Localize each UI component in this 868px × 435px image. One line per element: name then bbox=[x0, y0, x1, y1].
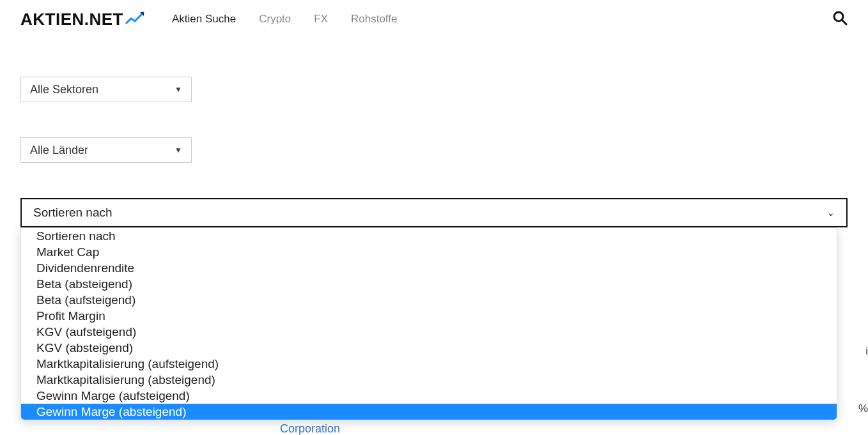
nav-rohstoffe[interactable]: Rohstoffe bbox=[351, 13, 397, 26]
nav-fx[interactable]: FX bbox=[314, 13, 328, 26]
sort-option[interactable]: Dividendenrendite bbox=[21, 260, 837, 276]
caret-down-icon: ▼ bbox=[174, 146, 182, 155]
nav-aktien-suche[interactable]: Aktien Suche bbox=[172, 13, 236, 26]
sort-option[interactable]: Marktkapitalisierung (absteigend) bbox=[21, 372, 837, 388]
chevron-down-icon: ⌄ bbox=[827, 208, 835, 218]
sort-option[interactable]: Beta (aufsteigend) bbox=[21, 292, 837, 308]
sector-selected: Alle Sektoren bbox=[30, 83, 98, 96]
sort-option[interactable]: Sortieren nach bbox=[21, 228, 837, 244]
search-icon bbox=[832, 10, 848, 26]
country-selected: Alle Länder bbox=[30, 144, 88, 157]
chart-arrow-icon bbox=[125, 10, 146, 29]
nav-crypto[interactable]: Crypto bbox=[259, 13, 291, 26]
sort-option[interactable]: KGV (aufsteigend) bbox=[21, 324, 837, 340]
sort-dropdown-list: Sortieren nach Market Cap Dividendenrend… bbox=[20, 227, 837, 420]
sort-option[interactable]: Beta (absteigend) bbox=[21, 276, 837, 292]
partial-header-text: i bbox=[865, 345, 868, 358]
site-logo[interactable]: AKTIEN.NET bbox=[20, 10, 146, 29]
sort-option[interactable]: Gewinn Marge (aufsteigend) bbox=[21, 388, 837, 404]
logo-text: AKTIEN.NET bbox=[20, 10, 123, 29]
partial-percent-text: % bbox=[858, 402, 868, 415]
country-dropdown[interactable]: Alle Länder ▼ bbox=[20, 137, 192, 163]
site-header: AKTIEN.NET Aktien Suche Crypto FX Rohsto… bbox=[0, 0, 868, 38]
sort-option[interactable]: Profit Margin bbox=[21, 308, 837, 324]
svg-line-2 bbox=[842, 20, 846, 24]
search-button[interactable] bbox=[832, 10, 848, 28]
filter-section: Alle Sektoren ▼ Alle Länder ▼ bbox=[0, 38, 868, 163]
sector-dropdown[interactable]: Alle Sektoren ▼ bbox=[20, 77, 192, 102]
sort-option[interactable]: Market Cap bbox=[21, 244, 837, 260]
main-nav: Aktien Suche Crypto FX Rohstoffe bbox=[172, 13, 397, 26]
sort-label: Sortieren nach bbox=[33, 206, 112, 220]
caret-down-icon: ▼ bbox=[174, 85, 182, 94]
sort-option[interactable]: KGV (absteigend) bbox=[21, 340, 837, 356]
sort-option-highlighted[interactable]: Gewinn Marge (absteigend) bbox=[21, 404, 837, 420]
sort-wrapper: Sortieren nach ⌄ Sortieren nach Market C… bbox=[20, 198, 848, 227]
sort-option[interactable]: Marktkapitalisierung (aufsteigend) bbox=[21, 356, 837, 372]
corporation-link[interactable]: Corporation bbox=[280, 422, 340, 435]
sort-select[interactable]: Sortieren nach ⌄ bbox=[20, 198, 848, 227]
